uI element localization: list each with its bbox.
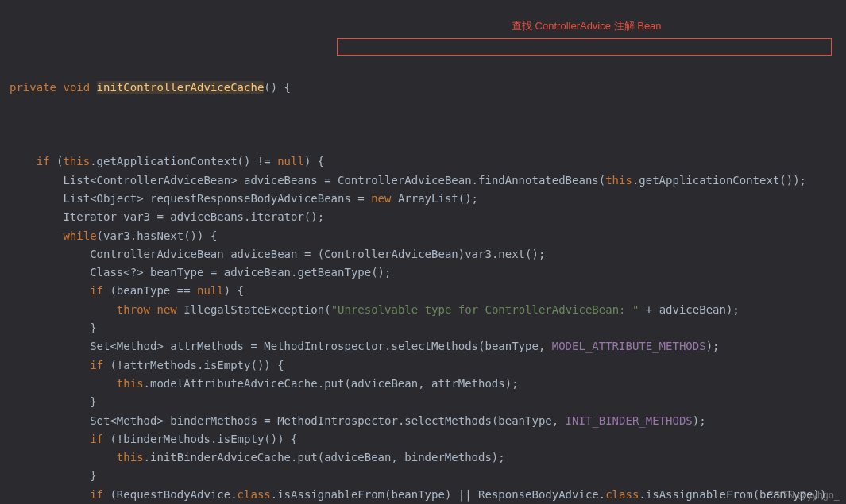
code-token: }: [90, 321, 96, 334]
code-token: new: [156, 303, 176, 316]
code-token: .modelAttributeAdviceCache.put(adviceBea…: [144, 377, 519, 390]
code-token: while: [63, 229, 96, 242]
code-line: if (!binderMethods.isEmpty()) {: [10, 430, 846, 448]
code-token: .getApplicationContext());: [632, 174, 806, 187]
code-token: (RequestBodyAdvice.: [103, 488, 238, 501]
parens: (): [264, 81, 277, 94]
code-line: Set<Method> attrMethods = MethodIntrospe…: [10, 337, 846, 356]
keyword-void: void: [63, 81, 90, 94]
code-token: Set<Method> attrMethods = MethodIntrospe…: [90, 340, 552, 352]
code-token: this: [117, 377, 144, 390]
code-token: .getApplicationContext() !=: [90, 155, 277, 167]
code-token: (!attrMethods.isEmpty()) {: [103, 359, 284, 371]
code-token: if: [90, 433, 103, 445]
code-line: }: [10, 467, 846, 485]
code-token: Iterator var3 = adviceBeans.iterator();: [63, 210, 324, 223]
code-line: ControllerAdviceBean adviceBean = (Contr…: [10, 245, 846, 264]
code-line: }: [10, 319, 846, 337]
code-line: Class<?> beanType = adviceBean.getBeanTy…: [10, 264, 846, 282]
code-line: if (RequestBodyAdvice.class.isAssignable…: [10, 486, 846, 504]
code-token: null: [277, 155, 304, 167]
code-line: if (this.getApplicationContext() != null…: [10, 152, 846, 171]
code-token: );: [693, 414, 706, 427]
space: [90, 81, 96, 94]
code-token: }: [90, 395, 96, 408]
code-token: class: [605, 488, 639, 501]
code-line: throw new IllegalStateException("Unresol…: [10, 301, 846, 319]
code-token: if: [90, 284, 103, 297]
code-editor[interactable]: private void initControllerAdviceCache()…: [0, 0, 846, 504]
code-token: INIT_BINDER_METHODS: [566, 414, 693, 427]
code-body: if (this.getApplicationContext() != null…: [10, 152, 846, 504]
code-token: (beanType ==: [103, 284, 197, 297]
code-line: if (beanType == null) {: [10, 282, 846, 300]
code-token: MODEL_ATTRIBUTE_METHODS: [552, 340, 706, 352]
code-token: "Unresolvable type for ControllerAdviceB…: [331, 303, 639, 316]
code-line: this.modelAttributeAdviceCache.put(advic…: [10, 375, 846, 393]
code-token: ) {: [304, 155, 324, 167]
code-token: ControllerAdviceBean.findAnnotatedBeans(: [338, 174, 605, 187]
code-token: + adviceBean);: [639, 303, 739, 316]
code-token: this: [605, 174, 632, 187]
code-token: Set<Method> binderMethods = MethodIntros…: [90, 414, 565, 427]
method-name: initControllerAdviceCache: [97, 81, 265, 94]
code-line: this.initBinderAdviceCache.put(adviceBea…: [10, 448, 846, 467]
code-line: private void initControllerAdviceCache()…: [10, 79, 846, 97]
code-token: IllegalStateException(: [177, 303, 331, 316]
code-token: if: [37, 155, 50, 167]
code-line: while(var3.hasNext()) {: [10, 227, 846, 245]
code-token: (!binderMethods.isEmpty()) {: [103, 433, 297, 445]
code-token: this: [117, 451, 144, 464]
code-line: Set<Method> binderMethods = MethodIntros…: [10, 412, 846, 430]
code-token: .initBinderAdviceCache.put(adviceBean, b…: [144, 451, 505, 464]
code-token: class: [238, 488, 271, 501]
watermark: CSDN @yyhgo_: [767, 490, 840, 501]
code-line: if (!attrMethods.isEmpty()) {: [10, 356, 846, 375]
code-line: }: [10, 393, 846, 411]
annotation-label: 查找 ControllerAdvice 注解 Bean: [512, 19, 662, 33]
brace-open: {: [277, 81, 291, 94]
code-token: (var3.hasNext()) {: [97, 229, 218, 242]
code-token: List<Object> requestResponseBodyAdviceBe…: [63, 192, 371, 205]
keyword-private: private: [10, 81, 56, 94]
code-token: new: [371, 192, 391, 205]
code-token: List<ControllerAdviceBean> adviceBeans =: [63, 174, 338, 187]
code-token: throw: [117, 303, 150, 316]
code-line: Iterator var3 = adviceBeans.iterator();: [10, 208, 846, 226]
code-line: List<ControllerAdviceBean> adviceBeans =…: [10, 171, 846, 190]
code-token: ArrayList();: [391, 192, 478, 205]
code-token: this: [63, 155, 90, 167]
code-token: ControllerAdviceBean adviceBean = (Contr…: [90, 248, 545, 260]
code-token: );: [706, 340, 720, 352]
code-token: if: [90, 488, 103, 501]
code-token: .isAssignableFrom(beanType) || ResponseB…: [271, 488, 605, 501]
code-token: if: [90, 359, 103, 371]
code-line: List<Object> requestResponseBodyAdviceBe…: [10, 190, 846, 208]
code-token: }: [90, 469, 96, 482]
code-token: (: [50, 155, 64, 167]
code-token: null: [197, 284, 224, 297]
code-token: Class<?> beanType = adviceBean.getBeanTy…: [90, 266, 391, 279]
code-token: ) {: [224, 284, 244, 297]
